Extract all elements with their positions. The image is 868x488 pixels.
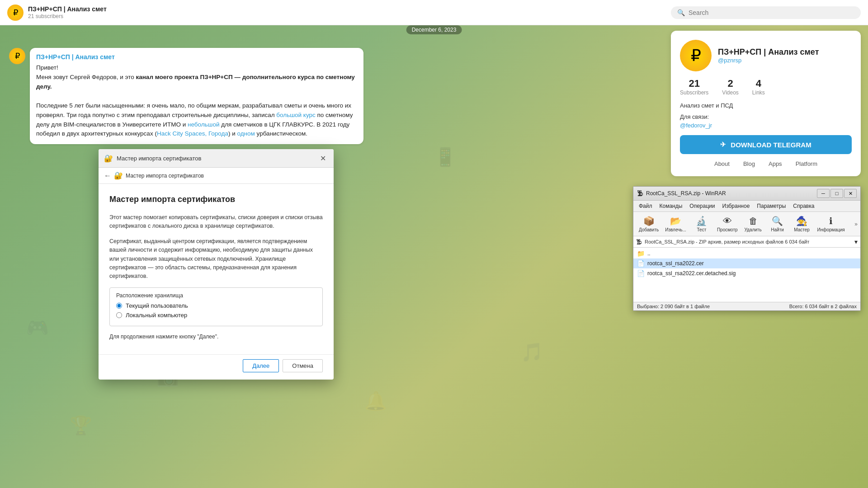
radio-current-user[interactable]: Текущий пользователь: [116, 302, 316, 309]
delete-label: Удалить: [744, 227, 761, 232]
file-item-sig[interactable]: 📄 rootca_ssl_rsa2022.cer.detached.sig: [633, 268, 860, 278]
view-icon: 👁: [723, 216, 732, 226]
dialog-nav-icon: 🔐: [114, 171, 123, 180]
toolbar-add-button[interactable]: 📦 Добавить: [636, 214, 661, 234]
delete-icon: 🗑: [749, 216, 758, 226]
radio-current-user-label: Текущий пользователь: [126, 302, 188, 309]
address-icon: 🗜: [636, 239, 642, 245]
link-one[interactable]: одном: [237, 130, 255, 137]
toolbar-extract-button[interactable]: 📂 Извлечь...: [662, 214, 689, 234]
menu-operations[interactable]: Операции: [686, 202, 718, 211]
storage-group-label: Расположение хранилища: [116, 292, 316, 299]
topbar-channel-icon: ₽: [7, 5, 24, 21]
contact-link[interactable]: @fedorov_jr: [680, 122, 712, 129]
date-separator: December 6, 2023: [406, 25, 462, 34]
winrar-title-text: RootCa_SSL_RSA.zip - WinRAR: [646, 190, 726, 197]
parent-folder-item[interactable]: 📁 ..: [633, 249, 860, 258]
dialog-close-button[interactable]: ✕: [317, 153, 328, 164]
sig-file-icon: 📄: [637, 270, 645, 277]
menu-favorites[interactable]: Избранное: [719, 202, 754, 211]
toolbar-delete-button[interactable]: 🗑 Удалить: [741, 214, 765, 234]
body-para2: Последние 5 лет были насыщенными: я очен…: [36, 102, 353, 137]
dialog-desc1: Этот мастер помогает копировать сертифик…: [109, 213, 323, 231]
dialog-titlebar: 🔐 Мастер импорта сертификатов ✕: [99, 149, 334, 168]
topbar-subscribers: 21 subscribers: [28, 13, 107, 19]
menu-file[interactable]: Файл: [635, 202, 656, 211]
dialog-body: Мастер импорта сертификатов Этот мастер …: [99, 184, 334, 354]
winrar-title-area: 🗜 RootCa_SSL_RSA.zip - WinRAR: [637, 190, 726, 197]
winrar-window-controls: ─ □ ✕: [817, 189, 857, 198]
sender-icon: ₽: [9, 48, 25, 64]
cer-file-icon: 📄: [637, 260, 645, 267]
panel-header: ₽ ПЗ+НР+СП | Анализ смет @pznrsp: [680, 40, 852, 71]
status-total: Всего: 6 034 байт в 2 файлах: [789, 304, 857, 309]
radio-current-user-input[interactable]: [116, 303, 122, 309]
winrar-address-bar: 🗜 RootCa_SSL_RSA.zip - ZIP архив, размер…: [633, 236, 860, 248]
add-icon: 📦: [643, 216, 655, 226]
dialog-nav-bar: ← 🔐 Мастер импорта сертификатов: [99, 168, 334, 184]
panel-nav: About Blog Apps Platform: [680, 160, 852, 167]
topbar: ₽ ПЗ+НР+СП | Анализ смет 21 subscribers …: [0, 0, 868, 25]
dialog-buttons: Далее Отмена: [99, 354, 334, 380]
telegram-icon: ✈: [720, 141, 726, 149]
winrar-file-list: 📁 .. 📄 rootca_ssl_rsa2022.cer 📄 rootca_s…: [633, 248, 860, 302]
link-big-course[interactable]: большой курс: [276, 112, 315, 118]
winrar-close-button[interactable]: ✕: [844, 189, 857, 198]
topbar-channel-info: ПЗ+НР+СП | Анализ смет 21 subscribers: [28, 5, 107, 19]
toolbar-info-button[interactable]: ℹ Информация: [815, 214, 848, 234]
link-hack-city[interactable]: Hack City Spaces, Города: [157, 130, 228, 137]
toolbar-test-button[interactable]: 🔬 Тест: [690, 214, 713, 234]
radio-local-computer[interactable]: Локальный компьютер: [116, 312, 316, 319]
winrar-minimize-button[interactable]: ─: [817, 189, 830, 198]
parent-folder-label: ..: [647, 250, 651, 257]
subscribers-count: 21: [689, 78, 699, 89]
toolbar-find-button[interactable]: 🔍 Найти: [766, 214, 789, 234]
dialog-main-title: Мастер импорта сертификатов: [109, 195, 323, 204]
dialog-hint: Для продолжения нажмите кнопку "Далее".: [109, 333, 323, 340]
dialog-title-text: Мастер импорта сертификатов: [117, 155, 201, 162]
certificate-import-dialog: 🔐 Мастер импорта сертификатов ✕ ← 🔐 Маст…: [99, 149, 334, 380]
btn-next[interactable]: Далее: [243, 359, 279, 372]
menu-help[interactable]: Справка: [789, 202, 818, 211]
nav-platform[interactable]: Platform: [796, 160, 817, 167]
file-item-cer[interactable]: 📄 rootca_ssl_rsa2022.cer: [633, 258, 860, 268]
message-sender: ПЗ+НР+СП | Анализ смет: [36, 53, 357, 61]
search-bar[interactable]: 🔍: [671, 6, 861, 19]
test-label: Тест: [697, 227, 707, 232]
wizard-icon: 🧙: [796, 216, 807, 226]
search-input[interactable]: [689, 9, 854, 16]
message-bubble: ₽ ПЗ+НР+СП | Анализ смет Привет! Меня зо…: [30, 48, 363, 144]
channel-contact-label: Для связи:: [680, 113, 852, 120]
download-telegram-button[interactable]: ✈ DOWNLOAD TELEGRAM: [680, 135, 852, 154]
radio-local-computer-label: Локальный компьютер: [126, 312, 187, 319]
stat-subscribers: 21 Subscribers: [680, 78, 708, 96]
nav-about[interactable]: About: [714, 160, 730, 167]
nav-blog[interactable]: Blog: [743, 160, 755, 167]
menu-parameters[interactable]: Параметры: [753, 202, 789, 211]
nav-apps[interactable]: Apps: [769, 160, 782, 167]
panel-channel-handle: @pznrsp: [718, 57, 819, 64]
btn-cancel[interactable]: Отмена: [283, 359, 323, 372]
dialog-nav-title: Мастер импорта сертификатов: [126, 173, 204, 179]
stat-videos: 2 Videos: [722, 78, 738, 96]
panel-channel-name: ПЗ+НР+СП | Анализ смет: [718, 47, 819, 57]
channel-info-panel: ₽ ПЗ+НР+СП | Анализ смет @pznrsp 21 Subs…: [671, 31, 861, 176]
wizard-label: Мастер: [794, 227, 810, 232]
dialog-back-button[interactable]: ←: [104, 172, 111, 180]
address-dropdown-icon[interactable]: ▾: [854, 238, 858, 245]
link-small-course[interactable]: небольшой: [188, 121, 220, 128]
toolbar-view-button[interactable]: 👁 Просмотр: [714, 214, 741, 234]
dialog-desc2: Сертификат, выданный центром сертификаци…: [109, 237, 323, 281]
info-icon: ℹ: [829, 216, 833, 226]
menu-commands[interactable]: Команды: [656, 202, 686, 211]
status-selected: Выбрано: 2 090 байт в 1 файле: [637, 304, 710, 309]
winrar-maximize-button[interactable]: □: [830, 189, 843, 198]
channel-contact-handle: @fedorov_jr: [680, 122, 852, 129]
topbar-channel-name: ПЗ+НР+СП | Анализ смет: [28, 5, 107, 13]
toolbar-wizard-button[interactable]: 🧙 Мастер: [790, 214, 814, 234]
winrar-menubar: Файл Команды Операции Избранное Параметр…: [633, 201, 860, 212]
search-icon: 🔍: [677, 9, 685, 16]
radio-local-computer-input[interactable]: [116, 312, 122, 318]
toolbar-more: »: [854, 221, 858, 227]
message-body: Привет! Меня зовут Сергей Федоров, и это…: [36, 63, 357, 139]
